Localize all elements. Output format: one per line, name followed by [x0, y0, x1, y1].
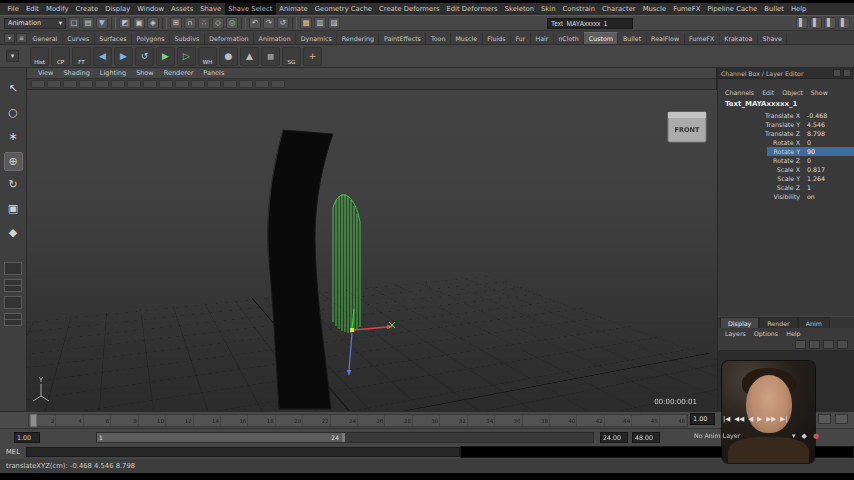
set-key-icon[interactable]: ◆: [802, 433, 807, 440]
animation-end-field[interactable]: 48.00: [632, 432, 660, 443]
time-slider-track[interactable]: 2468101214161820222426283032343638404244…: [28, 414, 688, 427]
playback-options-icon[interactable]: ▾: [792, 433, 796, 440]
shelf-tab[interactable]: Rendering: [337, 33, 379, 44]
menu-item[interactable]: Edit Deformers: [443, 3, 501, 15]
shelf-menu-icon[interactable]: ▾: [6, 50, 19, 62]
layer-editor-tab[interactable]: Anim: [798, 317, 830, 328]
two-pane-stacked-layout-icon[interactable]: [4, 313, 22, 326]
shelf-tab[interactable]: Fluids: [483, 33, 511, 44]
menu-set-dropdown[interactable]: Animation ▾: [4, 18, 66, 29]
layer-editor-tab[interactable]: Render: [759, 317, 797, 328]
attribute-value-field[interactable]: 0: [805, 139, 849, 146]
menu-item[interactable]: FumeFX: [670, 3, 704, 15]
lock-camera-icon[interactable]: [47, 80, 61, 88]
channel-box-menu-item[interactable]: Object: [778, 89, 807, 96]
shelf-tab[interactable]: Toon: [426, 33, 450, 44]
wireframe-mode-icon[interactable]: [191, 80, 205, 88]
rotate-tool-icon[interactable]: ↻: [4, 176, 23, 195]
layer-editor-tab[interactable]: Display: [720, 317, 759, 328]
channel-box-menu-item[interactable]: Edit: [758, 89, 778, 96]
channel-attribute-row[interactable]: Translate Z 8.798: [718, 129, 854, 138]
menu-item[interactable]: Assets: [168, 3, 197, 15]
menu-item[interactable]: Bullet: [761, 3, 788, 15]
select-object-icon[interactable]: ▣: [133, 17, 145, 29]
shelf-step-button[interactable]: ▷: [177, 47, 196, 66]
step-back-key-button[interactable]: ◀: [748, 416, 753, 423]
channel-manip-icon[interactable]: [833, 69, 841, 77]
shelf-tab[interactable]: Shave: [758, 33, 787, 44]
channel-box-menu-item[interactable]: Channels: [721, 89, 758, 96]
channel-attribute-row[interactable]: Scale X 0.817: [718, 165, 854, 174]
layer-editor-menu-item[interactable]: Help: [782, 330, 804, 337]
playback-end-field[interactable]: 24.00: [600, 432, 628, 443]
channel-attribute-row[interactable]: Rotate Y 90: [718, 147, 854, 156]
film-gate-icon[interactable]: [95, 80, 109, 88]
command-input[interactable]: [26, 447, 460, 457]
shelf-tab[interactable]: Hair: [531, 33, 554, 44]
menu-item[interactable]: Shave: [197, 3, 225, 15]
resolution-gate-icon[interactable]: [111, 80, 125, 88]
status-icon[interactable]: [292, 17, 297, 29]
shelf-tab[interactable]: Custom: [584, 32, 618, 44]
shelf-editor-icon[interactable]: ≡: [16, 33, 27, 43]
render-settings-icon[interactable]: ▨: [328, 17, 340, 29]
selected-curve-object[interactable]: [333, 194, 360, 333]
range-end-handle[interactable]: 24: [331, 434, 339, 441]
tool-settings-toggle-icon[interactable]: ▌: [810, 17, 822, 29]
shelf-sphere-button[interactable]: ●: [219, 47, 238, 66]
channel-speed-icon[interactable]: [843, 69, 851, 77]
panel-menu-item[interactable]: Renderer: [159, 69, 199, 77]
new-layer-selected-icon[interactable]: [809, 340, 820, 349]
menu-item[interactable]: Pipeline Cache: [704, 3, 761, 15]
manipulator-center-handle[interactable]: [350, 328, 354, 332]
attribute-value-field[interactable]: 90: [805, 148, 849, 155]
paint-select-tool-icon[interactable]: ∗: [4, 128, 23, 147]
status-icon[interactable]: [241, 17, 246, 29]
viewport-canvas[interactable]: FRONT 00:00:00:01 Y: [27, 90, 717, 411]
go-to-end-button[interactable]: ▶|: [780, 416, 787, 423]
menu-item[interactable]: Create Deformers: [375, 3, 443, 15]
move-tool-icon[interactable]: ⊕: [4, 152, 23, 171]
snap-grid-icon[interactable]: ⊞: [170, 17, 182, 29]
attribute-value-field[interactable]: 0: [805, 157, 849, 164]
snap-point-icon[interactable]: ∴: [198, 17, 210, 29]
shelf-play-button[interactable]: ▶: [156, 47, 175, 66]
select-component-icon[interactable]: ◈: [147, 17, 159, 29]
animation-start-field[interactable]: 1.00: [14, 432, 40, 443]
menu-item[interactable]: File: [4, 3, 22, 15]
menu-item[interactable]: Display: [102, 3, 134, 15]
menu-item[interactable]: Constrain: [559, 3, 599, 15]
panel-menu-item[interactable]: Lighting: [95, 69, 131, 77]
menu-item[interactable]: Animate: [276, 3, 311, 15]
lasso-tool-icon[interactable]: ○: [4, 104, 23, 123]
shelf-tab[interactable]: Surfaces: [95, 33, 132, 44]
menu-item[interactable]: Skin: [538, 3, 559, 15]
range-start-handle[interactable]: 1: [99, 434, 103, 441]
menu-item[interactable]: Modify: [43, 3, 73, 15]
menu-item[interactable]: Skeleton: [501, 3, 537, 15]
menu-item[interactable]: Character: [599, 3, 640, 15]
shelf-tab[interactable]: RealFlow: [647, 33, 685, 44]
shelf-tab[interactable]: Curves: [63, 33, 95, 44]
shelf-sg-button[interactable]: SG: [282, 47, 301, 66]
shelf-tab[interactable]: Deformation: [205, 33, 254, 44]
layer-editor-menu-item[interactable]: Options: [750, 330, 782, 337]
menu-item[interactable]: Geometry Cache: [311, 3, 375, 15]
go-to-start-button[interactable]: |◀: [723, 416, 730, 423]
attribute-value-field[interactable]: -0.468: [805, 112, 849, 119]
image-plane-icon[interactable]: [63, 80, 77, 88]
menu-item[interactable]: Muscle: [639, 3, 670, 15]
safe-action-icon[interactable]: [159, 80, 173, 88]
extruded-text-object[interactable]: [268, 130, 333, 409]
grid-toggle-icon[interactable]: [79, 80, 93, 88]
select-hierarchy-icon[interactable]: ◩: [119, 17, 131, 29]
range-slider-track[interactable]: 1 24: [96, 432, 594, 443]
channel-attribute-row[interactable]: Visibility on: [718, 192, 854, 201]
shelf-tab[interactable]: FumeFX: [685, 33, 720, 44]
shelf-tab[interactable]: Subdivs: [170, 33, 205, 44]
anim-layer-selector[interactable]: No Anim Layer: [694, 432, 740, 439]
shelf-tab[interactable]: Animation: [254, 33, 296, 44]
command-language-toggle[interactable]: MEL: [0, 448, 26, 456]
shaded-mode-icon[interactable]: [207, 80, 221, 88]
safe-title-icon[interactable]: [175, 80, 189, 88]
